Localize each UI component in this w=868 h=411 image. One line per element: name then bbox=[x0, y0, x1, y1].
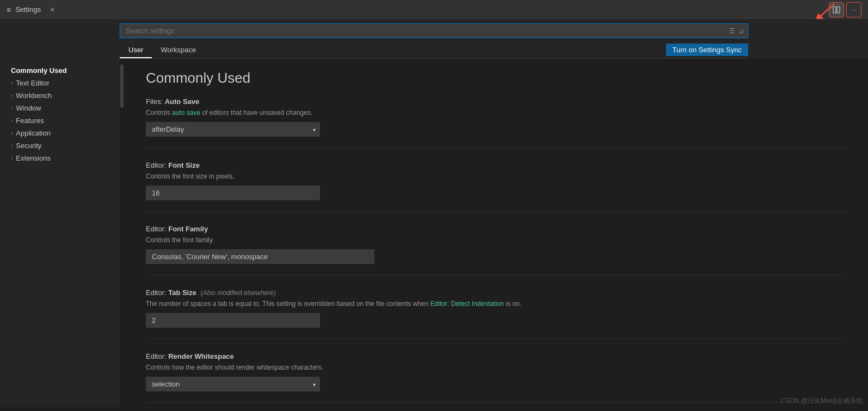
setting-label: Files: Auto Save bbox=[146, 97, 846, 106]
setting-editor-renderwhitespace: Editor: Render Whitespace Controls how t… bbox=[146, 352, 846, 403]
setting-label: Editor: Tab Size (Also modified elsewher… bbox=[146, 289, 846, 297]
title-bar-right: ··· bbox=[829, 0, 861, 19]
filter-icon: ⊿ bbox=[738, 27, 744, 35]
sidebar-item-label: Features bbox=[16, 116, 44, 125]
sidebar-item-label: Commonly Used bbox=[11, 66, 67, 75]
setting-description: Controls auto save of editors that have … bbox=[146, 108, 846, 118]
svg-rect-0 bbox=[833, 7, 836, 13]
autosave-dropdown-wrap: off afterDelay onFocusChange onWindowCha… bbox=[146, 122, 320, 137]
fontfamily-input[interactable] bbox=[146, 249, 374, 264]
setting-description: Controls the font family. bbox=[146, 235, 846, 245]
svg-rect-1 bbox=[837, 7, 840, 13]
sidebar-item-label: Extensions bbox=[16, 154, 51, 162]
also-modified-label: (Also modified elsewhere) bbox=[201, 289, 276, 297]
sidebar-scrollbar bbox=[120, 59, 124, 407]
sidebar-item-application[interactable]: › Application bbox=[0, 127, 120, 139]
content-area: Commonly Used Files: Auto Save Controls … bbox=[124, 59, 868, 407]
sidebar-item-security[interactable]: › Security bbox=[0, 139, 120, 152]
tab-workspace[interactable]: Workspace bbox=[152, 42, 205, 58]
tab-user[interactable]: User bbox=[120, 42, 152, 58]
scrollbar-thumb[interactable] bbox=[120, 64, 124, 108]
menu-icon: ≡ bbox=[7, 5, 11, 14]
sidebar-item-commonly-used[interactable]: Commonly Used bbox=[0, 64, 120, 77]
sidebar-item-text-editor[interactable]: › Text Editor bbox=[0, 77, 120, 89]
sync-button[interactable]: Turn on Settings Sync bbox=[666, 44, 748, 56]
search-bar-wrap: ☰ ⊿ bbox=[120, 23, 748, 38]
autosave-dropdown[interactable]: off afterDelay onFocusChange onWindowCha… bbox=[146, 122, 320, 137]
chevron-right-icon: › bbox=[11, 118, 13, 124]
tabs-bar: User Workspace Turn on Settings Sync bbox=[120, 42, 748, 59]
sidebar-item-workbench[interactable]: › Workbench bbox=[0, 89, 120, 102]
setting-description: Controls the font size in pixels. bbox=[146, 171, 846, 181]
tabsize-input[interactable] bbox=[146, 313, 320, 328]
chevron-right-icon: › bbox=[11, 130, 13, 136]
fontsize-input[interactable] bbox=[146, 186, 320, 200]
setting-label: Editor: Font Size bbox=[146, 161, 846, 169]
chevron-right-icon: › bbox=[11, 155, 13, 161]
renderwhitespace-dropdown[interactable]: none boundary selection trailing all bbox=[146, 377, 320, 391]
setting-label: Editor: Render Whitespace bbox=[146, 352, 846, 360]
title-text: Settings bbox=[15, 5, 41, 14]
chevron-right-icon: › bbox=[11, 143, 13, 149]
chevron-right-icon: › bbox=[11, 93, 13, 99]
chevron-right-icon: › bbox=[11, 80, 13, 86]
sidebar-item-label: Security bbox=[16, 142, 41, 150]
sidebar-item-label: Workbench bbox=[16, 91, 52, 100]
filter-list-icon: ☰ bbox=[729, 27, 735, 35]
setting-description: Controls how the editor should render wh… bbox=[146, 363, 846, 372]
setting-description: The number of spaces a tab is equal to. … bbox=[146, 299, 846, 309]
more-actions-button[interactable]: ··· bbox=[846, 2, 861, 17]
setting-editor-tabsize: Editor: Tab Size (Also modified elsewher… bbox=[146, 289, 846, 339]
search-input[interactable] bbox=[120, 23, 748, 38]
search-area: ☰ ⊿ User Workspace Turn on Settings Sync bbox=[0, 19, 868, 59]
renderwhitespace-dropdown-wrap: none boundary selection trailing all ▾ bbox=[146, 377, 320, 391]
setting-editor-fontfamily: Editor: Font Family Controls the font fa… bbox=[146, 225, 846, 275]
setting-label: Editor: Font Family bbox=[146, 225, 846, 233]
sidebar-item-label: Text Editor bbox=[16, 79, 49, 87]
search-icons: ☰ ⊿ bbox=[729, 27, 744, 35]
sidebar-item-label: Window bbox=[16, 104, 41, 112]
close-tab-button[interactable]: ✕ bbox=[50, 6, 55, 14]
sidebar-item-label: Application bbox=[16, 129, 51, 137]
split-editor-button[interactable] bbox=[829, 2, 844, 17]
watermark: CSDN @日化Mes||仓储系统 bbox=[781, 396, 863, 406]
sidebar-item-features[interactable]: › Features bbox=[0, 114, 120, 127]
title-bar: ≡ Settings ✕ ··· bbox=[0, 0, 868, 19]
main-layout: Commonly Used › Text Editor › Workbench … bbox=[0, 59, 868, 407]
auto-save-link[interactable]: auto save bbox=[172, 109, 200, 116]
sidebar-item-extensions[interactable]: › Extensions bbox=[0, 152, 120, 164]
page-title: Commonly Used bbox=[146, 70, 846, 87]
sidebar-item-window[interactable]: › Window bbox=[0, 102, 120, 114]
chevron-right-icon: › bbox=[11, 105, 13, 111]
setting-editor-fontsize: Editor: Font Size Controls the font size… bbox=[146, 161, 846, 212]
detect-indentation-link[interactable]: Editor: Detect Indentation bbox=[430, 300, 504, 308]
setting-files-autosave: Files: Auto Save Controls auto save of e… bbox=[146, 97, 846, 148]
sidebar: Commonly Used › Text Editor › Workbench … bbox=[0, 59, 120, 407]
